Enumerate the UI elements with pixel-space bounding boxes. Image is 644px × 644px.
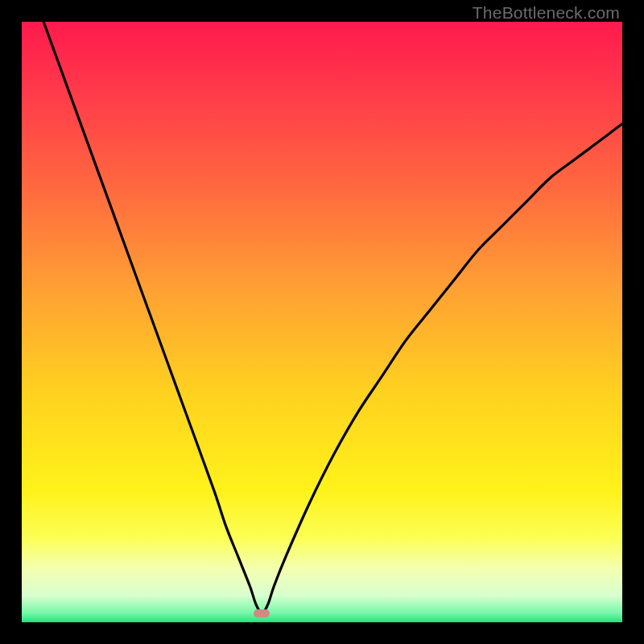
minimum-marker bbox=[254, 609, 270, 617]
watermark-text: TheBottleneck.com bbox=[473, 3, 620, 23]
plot-area bbox=[22, 22, 622, 622]
chart-frame: { "watermark": "TheBottleneck.com", "col… bbox=[0, 0, 644, 644]
bottleneck-curve bbox=[22, 22, 622, 613]
curve-layer bbox=[22, 22, 622, 622]
